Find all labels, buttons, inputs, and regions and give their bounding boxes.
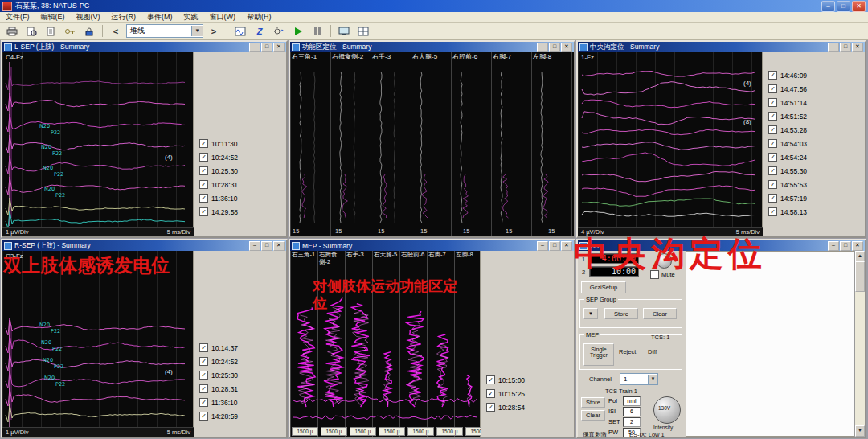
menu-item[interactable]: 实践 [184, 12, 199, 23]
maximize-button[interactable]: □ [840, 43, 851, 52]
close-button[interactable]: ✕ [561, 241, 572, 251]
store-button[interactable]: Store [581, 397, 605, 408]
trace-checkbox[interactable]: ✓ [768, 207, 777, 216]
trace-checkbox[interactable]: ✓ [768, 153, 777, 162]
trace-select-row[interactable]: ✓14:29:58 [194, 205, 286, 219]
minimize-button[interactable]: – [537, 241, 548, 251]
run-button[interactable] [289, 24, 307, 39]
trace-checkbox[interactable]: ✓ [199, 153, 208, 162]
menu-item[interactable]: 帮助(H) [247, 12, 272, 23]
setup-button[interactable]: GcziSetup [581, 281, 626, 293]
trace-select-row[interactable]: ✓11:36:10 [194, 191, 286, 205]
maximize-button[interactable]: □ [261, 43, 272, 52]
reject-label[interactable]: Reject [619, 348, 636, 355]
maximize-button[interactable]: □ [549, 241, 560, 251]
lock-button[interactable] [80, 24, 98, 39]
trace-checkbox[interactable]: ✓ [768, 166, 777, 175]
back-button[interactable]: < [107, 24, 125, 39]
trace-select-row[interactable]: ✓14:55:30 [763, 164, 865, 178]
trace-select-row[interactable]: ✓14:54:03 [763, 137, 865, 150]
trace-checkbox[interactable]: ✓ [486, 403, 495, 412]
app-close-button[interactable]: ✕ [852, 1, 866, 12]
window-titlebar[interactable]: MEP - Summary – □ ✕ [290, 240, 574, 251]
layout-grid-button[interactable] [354, 24, 372, 39]
trace-checkbox[interactable]: ✓ [199, 207, 208, 216]
trace-select-row[interactable]: ✓14:54:24 [763, 150, 865, 164]
close-button[interactable]: ✕ [273, 241, 285, 251]
window-titlebar[interactable]: R-SEP (上肢) - Summary – □ ✕ [2, 240, 286, 251]
trace-checkbox[interactable]: ✓ [486, 389, 495, 398]
trace-select-row[interactable]: ✓10:28:31 [194, 382, 286, 396]
vertical-scrollbar[interactable]: ▲ ▼ [854, 251, 865, 437]
clear-button[interactable]: Clear [581, 410, 605, 421]
trace-checkbox[interactable]: ✓ [199, 412, 208, 421]
scroll-down-icon[interactable]: ▼ [855, 425, 865, 437]
menu-item[interactable]: 窗口(W) [210, 12, 236, 23]
menu-item[interactable]: 事件(M) [147, 12, 173, 23]
close-button[interactable]: ✕ [852, 43, 863, 52]
channel-dropdown-arrow-icon[interactable]: ▼ [648, 375, 657, 384]
trace-select-row[interactable]: ✓10:25:30 [194, 164, 286, 178]
param-value[interactable]: nml [623, 396, 641, 406]
trace-checkbox[interactable]: ✓ [199, 371, 208, 380]
trace-select-row[interactable]: ✓10:28:54 [481, 400, 574, 414]
print-preview-button[interactable] [23, 24, 40, 39]
param-value[interactable]: 2 [623, 417, 641, 427]
scroll-up-icon[interactable]: ▲ [855, 251, 865, 262]
document-button[interactable] [42, 24, 59, 39]
montage-select[interactable]: 堆线 ▼ [126, 24, 203, 38]
maximize-button[interactable]: □ [261, 241, 272, 251]
monitor-button[interactable] [335, 24, 353, 39]
waveform-view-button[interactable] [231, 24, 249, 39]
close-button[interactable]: ✕ [273, 43, 285, 52]
trace-select-row[interactable]: ✓14:51:52 [763, 109, 865, 123]
trace-checkbox[interactable]: ✓ [768, 71, 777, 80]
trace-select-row[interactable]: ✓11:36:10 [194, 396, 286, 409]
maximize-button[interactable]: □ [840, 241, 851, 251]
app-maximize-button[interactable]: □ [837, 1, 850, 12]
app-minimize-button[interactable]: – [821, 1, 835, 12]
trace-select-row[interactable]: ✓10:24:52 [194, 355, 286, 368]
param-value[interactable]: 6 [623, 407, 641, 416]
single-trigger-button[interactable]: Single Trigger [583, 343, 614, 366]
trace-checkbox[interactable]: ✓ [199, 343, 208, 352]
trace-checkbox[interactable]: ✓ [199, 180, 208, 189]
forward-button[interactable]: > [205, 24, 223, 39]
trace-checkbox[interactable]: ✓ [199, 398, 208, 407]
trace-select-row[interactable]: ✓10:15:25 [481, 387, 574, 400]
trace-select-row[interactable]: ✓14:47:56 [763, 82, 865, 96]
trace-checkbox[interactable]: ✓ [199, 194, 208, 203]
trace-checkbox[interactable]: ✓ [768, 139, 777, 148]
trace-checkbox[interactable]: ✓ [199, 166, 208, 175]
close-button[interactable]: ✕ [561, 43, 572, 52]
sep-clear-button[interactable]: Clear [643, 308, 677, 319]
trace-checkbox[interactable]: ✓ [199, 384, 208, 393]
minimize-button[interactable]: – [828, 43, 839, 52]
stim-settings-button[interactable] [270, 24, 288, 39]
app-titlebar[interactable]: 石某某, 38: NATUS-PC – □ ✕ [0, 0, 868, 12]
trace-select-row[interactable]: ✓14:51:14 [763, 96, 865, 109]
channel-select[interactable]: 1 ▼ [620, 373, 658, 385]
minimize-button[interactable]: – [249, 241, 260, 251]
trace-checkbox[interactable]: ✓ [768, 125, 777, 134]
trace-checkbox[interactable]: ✓ [486, 375, 495, 384]
menu-item[interactable]: 编辑(E) [41, 12, 65, 23]
trace-checkbox[interactable]: ✓ [768, 112, 777, 121]
trace-select-row[interactable]: ✓14:53:28 [763, 123, 865, 137]
trace-checkbox[interactable]: ✓ [768, 180, 777, 189]
print-button[interactable] [3, 24, 21, 39]
window-titlebar[interactable]: 功能区定位 - Summary – □ ✕ [290, 42, 574, 52]
montage-dropdown-arrow-icon[interactable]: ▼ [191, 26, 203, 36]
trace-select-row[interactable]: ✓14:46:09 [763, 68, 865, 82]
trace-checkbox[interactable]: ✓ [199, 139, 208, 148]
trace-select-row[interactable]: ✓10:14:37 [194, 341, 286, 355]
minimize-button[interactable]: – [537, 43, 548, 52]
key-button[interactable] [61, 24, 79, 39]
sep-store-button[interactable]: Store [604, 308, 638, 319]
diff-label[interactable]: Diff [648, 348, 657, 355]
trace-checkbox[interactable]: ✓ [768, 98, 777, 107]
minimize-button[interactable]: – [249, 43, 260, 52]
impedance-button[interactable]: Z [251, 24, 268, 39]
trace-checkbox[interactable]: ✓ [768, 84, 777, 93]
sep-group-select[interactable]: ▼ [583, 308, 598, 319]
